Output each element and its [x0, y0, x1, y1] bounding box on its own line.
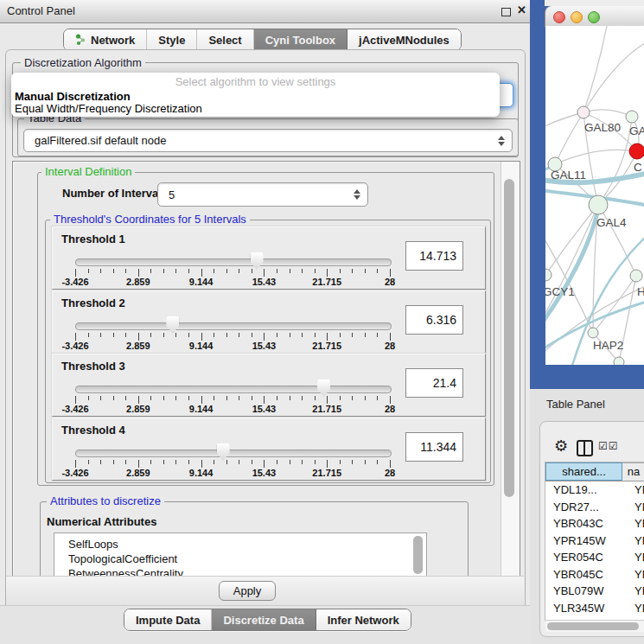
table-row[interactable]: YBL079WYBL0	[545, 583, 644, 600]
table-data-value: galFiltered.sif default node	[24, 134, 497, 147]
minor-tick	[188, 460, 189, 464]
tick-label: 21.715	[301, 277, 353, 287]
node-ga[interactable]	[626, 111, 638, 123]
node-hap2[interactable]	[588, 328, 598, 338]
threshold-value-field[interactable]: 14.713	[405, 241, 463, 271]
minor-tick	[100, 460, 101, 464]
edge-highlighted[interactable]	[545, 209, 598, 324]
minor-tick	[214, 269, 214, 273]
close-traffic-light-icon[interactable]	[553, 11, 565, 23]
threshold-value-field[interactable]: 6.316	[405, 305, 463, 335]
table-row[interactable]: YBR043CYBR0	[545, 515, 644, 532]
table-data-combobox[interactable]: galFiltered.sif default node	[23, 129, 513, 152]
node-gcy1[interactable]	[545, 269, 552, 281]
minor-tick	[315, 460, 316, 464]
split-columns-icon[interactable]	[577, 440, 593, 456]
gear-icon[interactable]: ⚙	[554, 437, 568, 456]
network-canvas[interactable]: GAL80GACGAL11GAL4GCY1HHAP2	[545, 26, 644, 365]
apply-button[interactable]: Apply	[219, 581, 276, 601]
tick-label: -3.426	[49, 468, 101, 478]
slider-track[interactable]	[75, 258, 392, 266]
tab-jactivemnodules[interactable]: jActiveMNodules	[348, 29, 461, 50]
popup-item-manual-discretization[interactable]: Manual Discretization	[15, 90, 131, 103]
minor-tick	[163, 333, 164, 337]
tab-cyni-toolbox[interactable]: Cyni Toolbox	[254, 29, 348, 50]
node-gal4[interactable]	[589, 195, 608, 214]
threshold-panel-2: Threshold 2-3.4262.8599.14415.4321.71528…	[52, 290, 486, 354]
tick-label: 2.859	[112, 277, 164, 287]
tick-label: 28	[364, 404, 416, 414]
slider-thumb[interactable]	[251, 252, 264, 270]
table-row[interactable]: YPR145WYPR1	[545, 532, 644, 550]
table-row[interactable]: YLR345WYLR3	[545, 600, 644, 617]
cell-name: YLR3	[629, 600, 644, 617]
table-row[interactable]: YER054CYER0	[545, 549, 644, 566]
node-label: GAL4	[596, 216, 627, 229]
tick-label: 9.144	[175, 341, 227, 351]
node-gal80[interactable]	[577, 106, 590, 118]
minor-tick	[302, 333, 303, 337]
table-row[interactable]: YDL19...YDL1	[545, 481, 644, 499]
vertical-scrollbar-thumb[interactable]	[504, 179, 514, 497]
minor-tick	[340, 333, 341, 337]
minor-tick	[150, 396, 151, 400]
minor-tick	[214, 460, 214, 464]
slider-thumb[interactable]	[317, 379, 330, 397]
slider-track[interactable]	[75, 386, 392, 393]
minor-tick	[150, 269, 151, 273]
minor-tick	[290, 333, 290, 337]
threshold-value-field[interactable]: 11.344	[405, 432, 463, 462]
minor-tick	[352, 396, 353, 400]
numerical-attributes-list[interactable]: SelfLoopsTopologicalCoefficientBetweenne…	[54, 532, 427, 579]
combo-arrows-icon	[353, 189, 360, 200]
node-c[interactable]	[629, 143, 644, 159]
attributes-list-scrollbar-thumb[interactable]	[413, 536, 423, 574]
num-intervals-combobox[interactable]: 5	[157, 182, 368, 207]
attribute-list-item[interactable]: TopologicalCoefficient	[54, 552, 426, 566]
cell-shared-name: YPR145W	[545, 532, 629, 550]
table-row[interactable]: YDR27...YDR2	[545, 499, 644, 516]
minor-tick	[100, 269, 101, 273]
threshold-label: Threshold 2	[61, 296, 125, 309]
select-columns-checkboxes-icon[interactable]: ☑☑	[598, 440, 619, 452]
network-window-titlebar[interactable]	[545, 6, 644, 27]
close-icon[interactable]: ✕	[517, 3, 526, 16]
edge[interactable]	[583, 41, 644, 112]
edge[interactable]	[583, 26, 608, 112]
slider-thumb[interactable]	[217, 443, 230, 461]
tab-discretize-data[interactable]: Discretize Data	[212, 609, 316, 630]
column-header-name[interactable]: na	[622, 462, 644, 481]
major-tick	[201, 396, 202, 404]
table-panel-title: Table Panel	[546, 398, 605, 411]
tab-infer-network[interactable]: Infer Network	[316, 609, 411, 630]
threshold-value-field[interactable]: 21.4	[405, 368, 463, 398]
zoom-traffic-light-icon[interactable]	[588, 11, 600, 23]
popup-item-equal-width-frequency[interactable]: Equal Width/Frequency Discretization	[15, 102, 202, 115]
tab-label: Select	[208, 34, 241, 47]
table-hscrollbar-thumb[interactable]	[547, 622, 639, 630]
float-window-icon[interactable]	[501, 8, 511, 16]
tab-label: Discretize Data	[223, 614, 303, 627]
attribute-list-item[interactable]: SelfLoops	[54, 537, 426, 552]
tab-network[interactable]: Network	[64, 29, 147, 50]
major-tick	[201, 269, 202, 277]
minor-tick	[365, 460, 366, 464]
major-tick	[264, 269, 265, 277]
tab-style[interactable]: Style	[147, 29, 197, 50]
minor-tick	[252, 333, 252, 337]
minor-tick	[340, 269, 341, 273]
cell-name: YBR0	[629, 515, 644, 532]
column-header-shared-name[interactable]: shared...	[545, 462, 622, 481]
table-horizontal-scrollbar[interactable]	[545, 620, 644, 632]
tab-impute-data[interactable]: Impute Data	[124, 609, 212, 630]
minor-tick	[377, 333, 378, 337]
minimize-traffic-light-icon[interactable]	[571, 11, 583, 23]
slider-track[interactable]	[75, 322, 392, 330]
table-row[interactable]: YBR045CYBR0	[545, 566, 644, 583]
node[interactable]	[614, 357, 624, 365]
node-h[interactable]	[630, 270, 642, 282]
edge[interactable]	[593, 276, 636, 333]
slider-track[interactable]	[75, 450, 392, 457]
tab-select[interactable]: Select	[197, 29, 253, 50]
slider-thumb[interactable]	[166, 316, 179, 334]
